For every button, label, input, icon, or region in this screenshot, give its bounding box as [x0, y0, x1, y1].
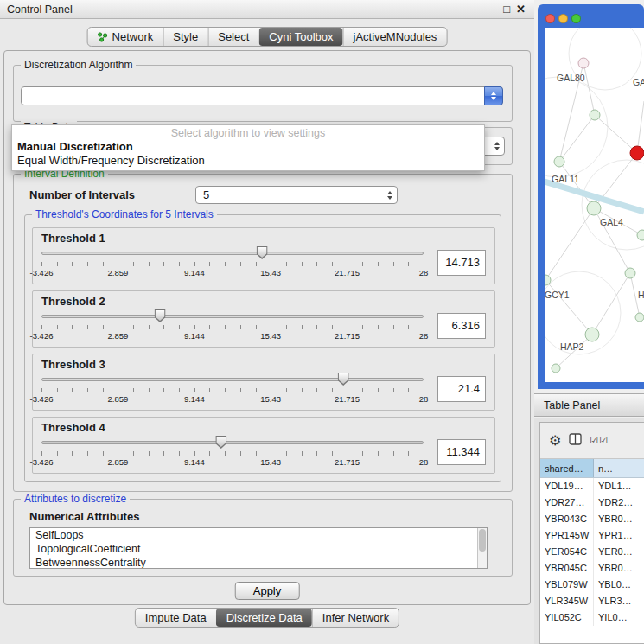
tab-infer-network[interactable]: Infer Network [312, 609, 399, 627]
network-node[interactable] [552, 364, 560, 373]
table-row[interactable]: YDL19…YDL1… [540, 478, 644, 494]
tab-label: Select [218, 30, 249, 43]
algorithm-menu-item[interactable]: Manual Discretization [12, 140, 484, 154]
column-header[interactable]: n… [594, 459, 644, 477]
select-columns-icon[interactable]: ☑☑ [590, 435, 609, 446]
network-node[interactable] [590, 110, 600, 120]
table-panel-body: ⚙ ☑☑ shared…n… YDL19…YDL1…YDR27…YDR2…YBR… [534, 418, 644, 644]
algorithm-combobox[interactable] [21, 86, 503, 105]
tab-label: Infer Network [322, 611, 389, 624]
table-row[interactable]: YIL052CYIL0… [540, 609, 644, 626]
network-canvas-svg: GAL80GAGAL11GAL4GCY1HHAP2 [545, 28, 644, 382]
threshold-2-box: Threshold 2 -3.4262.8599.14415.4321.7152… [32, 290, 495, 348]
tab-label: Network [112, 30, 154, 43]
slider-thumb[interactable] [215, 436, 226, 449]
network-node[interactable] [587, 201, 601, 215]
threshold-value-field[interactable]: 6.316 [437, 313, 486, 339]
tick-label: 9.144 [184, 394, 205, 404]
table-row[interactable]: YBR045CYBR0… [540, 560, 644, 577]
group-legend: Discretization Algorithm [21, 59, 136, 72]
slider-thumb[interactable] [338, 373, 349, 386]
table-cell: YBL0… [594, 577, 644, 593]
combobox-arrows-icon[interactable] [387, 191, 392, 200]
slider-track[interactable] [41, 441, 424, 444]
control-panel-titlebar: Control Panel □ ✕ [0, 0, 534, 19]
algorithm-dropdown-popup: Select algorithm to view settings Manual… [11, 124, 485, 171]
attribute-item[interactable]: TopologicalCoefficient [30, 542, 487, 556]
tab-select[interactable]: Select [207, 28, 258, 46]
zoom-button[interactable] [571, 14, 581, 23]
close-button[interactable] [545, 14, 555, 23]
apply-button[interactable]: Apply [235, 582, 300, 600]
combobox-arrows-icon[interactable] [494, 142, 500, 150]
list-scrollbar[interactable] [477, 528, 487, 568]
threshold-value-field[interactable]: 14.713 [437, 250, 486, 276]
table-row[interactable]: YER054CYER0… [540, 544, 644, 560]
numerical-attributes-list[interactable]: SelfLoopsTopologicalCoefficientBetweenne… [29, 527, 488, 569]
gear-icon[interactable]: ⚙ [549, 432, 561, 449]
attributes-to-discretize-group: Attributes to discretize Numerical Attri… [13, 499, 513, 577]
network-node[interactable] [630, 146, 644, 160]
algorithm-menu-item[interactable]: Equal Width/Frequency Discretization [12, 154, 484, 168]
slider-track[interactable] [41, 252, 424, 255]
threshold-1-slider[interactable] [41, 246, 424, 260]
network-node[interactable] [578, 58, 589, 68]
minimize-button[interactable] [558, 14, 568, 23]
window-title: Control Panel [7, 3, 73, 16]
network-node[interactable] [625, 268, 635, 278]
slider-thumb[interactable] [155, 309, 166, 322]
table-row[interactable]: YLR345WYLR3… [540, 593, 644, 609]
threshold-2-slider[interactable] [41, 309, 424, 323]
tab-cyni-toolbox[interactable]: Cyni Toolbox [258, 28, 342, 46]
network-node[interactable] [637, 230, 644, 240]
network-node-label: GCY1 [545, 290, 570, 300]
table-row[interactable]: YBL079WYBL0… [540, 577, 644, 593]
network-view-window[interactable]: GAL80GAGAL11GAL4GCY1HHAP2 [538, 4, 644, 389]
tab-impute-data[interactable]: Impute Data [136, 609, 216, 627]
network-canvas[interactable]: GAL80GAGAL11GAL4GCY1HHAP2 [545, 28, 644, 382]
bottom-tabbar: Impute DataDiscretize DataInfer Network [135, 608, 399, 628]
table-cell: YIL0… [594, 609, 644, 626]
network-icon [98, 32, 108, 42]
threshold-value-field[interactable]: 21.4 [437, 376, 486, 402]
tick-label: 9.144 [184, 457, 205, 467]
column-header[interactable]: shared… [540, 459, 594, 477]
slider-thumb[interactable] [257, 246, 268, 259]
tab-label: Discretize Data [226, 611, 303, 624]
tick-label: -3.426 [30, 457, 54, 467]
table-cell: YBR045C [540, 560, 594, 577]
network-node[interactable] [585, 328, 599, 341]
threshold-label: Threshold 1 [41, 232, 486, 246]
table-row[interactable]: YBR043CYBR0… [540, 511, 644, 527]
combobox-arrows-icon[interactable] [484, 86, 503, 105]
group-legend: Attributes to discretize [21, 493, 130, 506]
network-node[interactable] [545, 275, 551, 285]
tab-discretize-data[interactable]: Discretize Data [216, 609, 312, 627]
slider-track[interactable] [41, 315, 424, 318]
attribute-item[interactable]: BetweennessCentrality [30, 556, 487, 569]
threshold-value-field[interactable]: 11.344 [437, 439, 486, 465]
network-node[interactable] [554, 156, 564, 167]
threshold-4-slider[interactable] [41, 436, 424, 450]
float-window-icon[interactable]: □ [503, 3, 510, 16]
table-row[interactable]: YPR145WYPR1… [540, 527, 644, 544]
table-row[interactable]: YDR27…YDR2… [540, 494, 644, 511]
table-cell: YBR0… [594, 560, 644, 577]
attribute-item[interactable]: SelfLoops [30, 528, 487, 542]
table-cell: YDR2… [594, 494, 644, 511]
threshold-3-slider[interactable] [41, 373, 424, 386]
columns-icon[interactable] [569, 433, 582, 448]
threshold-label: Threshold 3 [41, 358, 486, 373]
tick-label: 21.715 [335, 457, 360, 467]
close-icon[interactable]: ✕ [516, 3, 526, 16]
tab-style[interactable]: Style [163, 28, 207, 46]
scrollbar-thumb[interactable] [479, 529, 486, 552]
network-node-label: HAP2 [560, 341, 584, 352]
slider-track[interactable] [41, 378, 424, 381]
tab-network[interactable]: Network [88, 28, 163, 46]
tick-label: -3.426 [30, 331, 54, 341]
threshold-1-box: Threshold 1 -3.4262.8599.14415.4321.7152… [32, 227, 495, 284]
network-node[interactable] [635, 313, 644, 322]
number-of-intervals-combobox[interactable]: 5 [195, 186, 398, 204]
tab-jactivemnodules[interactable]: jActiveMNodules [343, 28, 447, 46]
